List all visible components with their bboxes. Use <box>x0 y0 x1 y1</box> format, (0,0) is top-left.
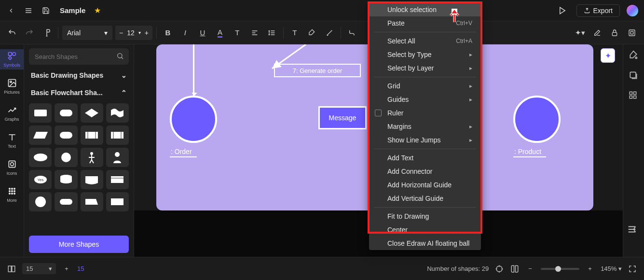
font-select[interactable]: Arial▾ <box>62 26 112 40</box>
shape-item[interactable] <box>81 103 103 123</box>
generate-order-box[interactable]: 7: Generate order <box>274 64 361 77</box>
grid-icon[interactable] <box>629 91 639 101</box>
menu-item-ruler[interactable]: Ruler <box>369 106 481 120</box>
menu-item-add-text[interactable]: Add Text <box>369 151 481 165</box>
shape-item[interactable] <box>55 192 77 211</box>
product-node[interactable] <box>513 96 561 143</box>
text-case-button[interactable]: T <box>230 26 245 40</box>
fill-color-button[interactable] <box>305 26 319 40</box>
fullscreen-button[interactable] <box>628 264 637 274</box>
shape-item[interactable] <box>81 170 103 189</box>
lock-button[interactable] <box>607 26 622 40</box>
rail-item-pictures[interactable]: Pictures <box>0 76 24 97</box>
shape-item[interactable] <box>106 148 129 167</box>
edit-button[interactable] <box>590 26 604 40</box>
search-icon[interactable] <box>116 52 124 60</box>
plus-icon[interactable]: + <box>145 29 149 37</box>
font-color-button[interactable]: A <box>213 26 227 40</box>
avatar[interactable] <box>627 5 638 16</box>
shape-item[interactable] <box>106 170 129 189</box>
redo-button[interactable] <box>22 26 37 40</box>
menu-item-margins[interactable]: Margins▸ <box>369 120 481 133</box>
section-basic-flowchart[interactable]: Basic Flowchart Sha... ⌃ <box>29 86 129 99</box>
shape-item[interactable] <box>106 126 129 145</box>
connector-button[interactable] <box>345 26 359 40</box>
zoom-out-button[interactable]: − <box>525 264 535 274</box>
shape-item[interactable] <box>81 192 103 211</box>
paint-bucket-icon[interactable] <box>629 50 639 61</box>
shape-item[interactable] <box>106 192 129 211</box>
message-box[interactable]: Message <box>318 106 367 129</box>
shape-grid: Yes <box>29 103 129 211</box>
rail-item-symbols[interactable]: Symbols <box>0 49 24 70</box>
shape-item[interactable] <box>106 103 129 123</box>
italic-button[interactable]: I <box>178 26 192 40</box>
menu-icon[interactable] <box>23 5 34 16</box>
insert-text-button[interactable]: T <box>288 26 302 40</box>
line-spacing-button[interactable] <box>265 26 279 40</box>
context-menu[interactable]: Unlock selectionPasteCtrl+VSelect AllCtr… <box>369 3 481 250</box>
rail-item-text[interactable]: Text <box>0 130 24 151</box>
shape-item[interactable] <box>29 103 52 123</box>
export-button[interactable]: Export <box>576 4 620 17</box>
page-link[interactable]: 15 <box>77 265 84 272</box>
section-basic-drawing[interactable]: Basic Drawing Shapes ⌄ <box>29 69 129 82</box>
menu-item-add-vertical-guide[interactable]: Add Vertical Guide <box>369 192 481 205</box>
menu-item-close-edraw-ai-floating-ball[interactable]: Close Edraw AI floating ball <box>369 237 481 250</box>
shape-item[interactable]: Yes <box>29 170 52 189</box>
ai-badge-button[interactable]: ✦ <box>601 48 615 63</box>
shape-item[interactable] <box>81 126 103 145</box>
book-icon[interactable] <box>510 264 520 274</box>
shape-item[interactable] <box>29 148 52 167</box>
play-icon[interactable] <box>555 5 570 16</box>
svg-point-13 <box>11 191 13 192</box>
shape-item[interactable] <box>29 126 52 145</box>
shape-item[interactable] <box>55 103 77 123</box>
underline-button[interactable]: U <box>195 26 210 40</box>
align-text-button[interactable] <box>247 26 262 40</box>
shape-item[interactable] <box>29 192 52 211</box>
menu-item-guides[interactable]: Guides▸ <box>369 93 481 106</box>
menu-item-grid[interactable]: Grid▸ <box>369 79 481 93</box>
format-painter-button[interactable] <box>40 26 54 40</box>
menu-item-show-line-jumps[interactable]: Show Line Jumps▸ <box>369 133 481 147</box>
bold-button[interactable]: B <box>161 26 175 40</box>
more-shapes-button[interactable]: More Shapes <box>29 236 129 253</box>
add-page-button[interactable]: + <box>62 264 71 274</box>
minus-icon[interactable]: − <box>119 29 123 37</box>
rail-item-more[interactable]: More <box>0 184 24 205</box>
target-icon[interactable] <box>494 264 504 274</box>
menu-item-add-connector[interactable]: Add Connector <box>369 165 481 178</box>
menu-item-select-by-layer[interactable]: Select by Layer▸ <box>369 61 481 75</box>
menu-item-select-all[interactable]: Select AllCtrl+A <box>369 34 481 48</box>
star-icon[interactable]: ★ <box>92 5 103 16</box>
shape-item[interactable] <box>81 148 103 167</box>
line-color-button[interactable] <box>322 26 337 40</box>
select-mode-button[interactable] <box>625 26 639 40</box>
rail-item-graphs[interactable]: Graphs <box>0 103 24 124</box>
rail-item-icons[interactable]: Icons <box>0 157 24 178</box>
save-icon[interactable] <box>41 5 51 16</box>
page-grid-icon[interactable] <box>7 264 16 274</box>
search-input[interactable] <box>29 48 129 65</box>
sparkle-button[interactable]: ✦▾ <box>573 26 587 40</box>
undo-button[interactable] <box>5 26 19 40</box>
menu-item-select-by-type[interactable]: Select by Type▸ <box>369 48 481 61</box>
menu-item-paste[interactable]: PasteCtrl+V <box>369 16 481 30</box>
shape-item[interactable] <box>55 170 77 189</box>
back-icon[interactable] <box>6 5 16 16</box>
shape-item[interactable] <box>55 126 77 145</box>
zoom-level[interactable]: 145% ▾ <box>601 265 622 272</box>
page-select[interactable]: 15▾ <box>22 263 56 274</box>
menu-item-center[interactable]: Center <box>369 223 481 237</box>
layers-icon[interactable] <box>629 70 639 81</box>
zoom-slider[interactable] <box>541 268 579 270</box>
order-node[interactable] <box>170 96 217 143</box>
collapse-right-icon[interactable] <box>627 224 638 236</box>
shape-item[interactable] <box>55 148 77 167</box>
zoom-in-button[interactable]: + <box>585 264 595 274</box>
menu-item-unlock-selection[interactable]: Unlock selection <box>369 3 481 16</box>
menu-item-add-horizontal-guide[interactable]: Add Horizontal Guide <box>369 178 481 192</box>
font-size-stepper[interactable]: − 12 ▾ + <box>115 26 152 40</box>
menu-item-fit-to-drawing[interactable]: Fit to Drawing <box>369 210 481 223</box>
